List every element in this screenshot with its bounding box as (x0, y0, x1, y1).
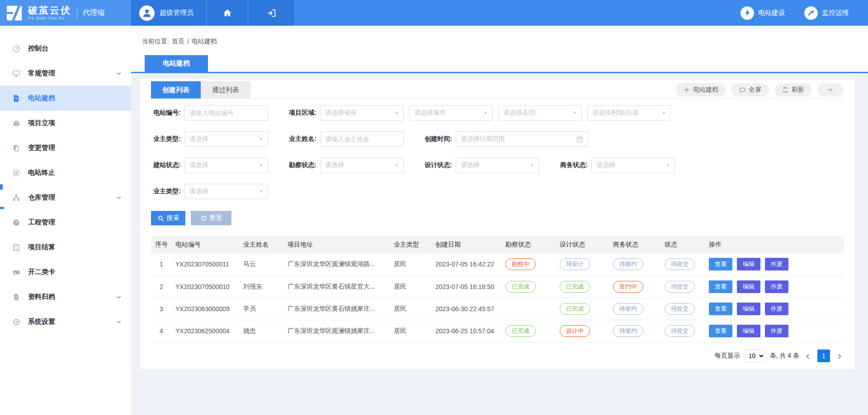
sidebar-item-label: 电站终止 (28, 168, 55, 177)
survey-status-select[interactable]: 请选择▼ (320, 158, 404, 173)
nav-monitor-ops[interactable]: 监控运维 (804, 0, 849, 26)
logout-button[interactable] (248, 0, 295, 26)
business-status-badge: 签约中 (613, 281, 643, 293)
fullscreen-button[interactable]: 全屏 (731, 83, 769, 97)
sidebar-item-label: 控制台 (28, 44, 48, 53)
created-date-cell: 2023-07-05 16:18:50 (432, 275, 502, 298)
void-button[interactable]: 作废 (765, 303, 788, 315)
create-station-button[interactable]: 电站建档 (676, 83, 726, 97)
avatar (139, 5, 155, 21)
owner-type-select[interactable]: 请选择▼ (184, 131, 268, 147)
sidebar-item-open-class2-card[interactable]: 开二类卡 (0, 260, 131, 284)
view-button[interactable]: 查看 (709, 280, 732, 293)
survey-status-cell: 已完成 (502, 320, 556, 342)
sidebar-item-engineering-management[interactable]: 工程管理 (0, 210, 131, 235)
filter-label: 建站状态: (151, 161, 181, 169)
breadcrumb-current: 电站建档 (192, 37, 217, 46)
breadcrumb: 当前位置: 首页 / 电站建档 (131, 26, 868, 46)
owner-type-cell: 居民 (390, 275, 432, 298)
prev-page-button[interactable]: ‹ (804, 350, 812, 361)
copy-icon (12, 144, 21, 152)
view-button[interactable]: 查看 (709, 258, 732, 270)
sidebar-scrollbar[interactable] (0, 184, 3, 190)
collapse-button[interactable] (817, 83, 844, 97)
column-header: 项目地址 (284, 236, 390, 253)
sidebar-item-general-management[interactable]: 常规管理 (0, 61, 131, 86)
table-row: 1 YX2023070500011 马云 广东深圳龙华区观澜镇观湖路... 居民… (151, 253, 844, 275)
business-status-select[interactable]: 请选择▼ (591, 158, 675, 173)
tab-passed-list[interactable]: 通过列表 (201, 81, 250, 98)
business-status-badge: 待签约 (613, 303, 643, 315)
project-address-cell: 广东深圳龙华区观澜镇观湖路... (284, 253, 390, 275)
sidebar-item-system-settings[interactable]: 系统设置 (0, 309, 131, 334)
chevron-down-icon (116, 294, 122, 300)
business-status-cell: 待签约 (609, 298, 661, 320)
search-button[interactable]: 搜索 (151, 211, 185, 225)
sidebar-item-station-termination[interactable]: 电站终止 (0, 160, 131, 185)
void-button[interactable]: 作废 (765, 258, 788, 270)
design-status-select[interactable]: 请选择▼ (456, 158, 539, 173)
chevron-down-icon (116, 195, 122, 201)
owner-type-cell: 居民 (390, 320, 432, 342)
sidebar-item-label: 项目结算 (28, 243, 55, 252)
current-page[interactable]: 1 (817, 350, 830, 362)
view-button[interactable]: 查看 (709, 325, 732, 337)
search-icon (157, 215, 164, 222)
business-status-cell: 签约中 (609, 275, 661, 298)
edit-button[interactable]: 编辑 (737, 303, 760, 315)
user-menu[interactable]: 超级管理员 (131, 0, 207, 26)
sidebar-item-project-initiation[interactable]: 项目立项 (0, 111, 131, 135)
station-code-input[interactable] (184, 105, 268, 121)
filter-row: 建站状态:请选择▼勘察状态:请选择▼设计状态:请选择▼商务状态:请选择▼ (151, 158, 844, 173)
sidebar-item-console[interactable]: 控制台 (0, 36, 131, 61)
filter-label: 勘察状态: (287, 161, 316, 169)
survey-status-cell: 已完成 (502, 275, 556, 298)
build-status-select[interactable]: 请选择▼ (184, 158, 268, 173)
view-button[interactable]: 查看 (709, 303, 732, 315)
void-button[interactable]: 作废 (765, 325, 788, 337)
design-status-badge: 设计中 (560, 325, 590, 337)
edit-button[interactable]: 编辑 (737, 280, 760, 293)
sidebar-item-station-archive[interactable]: 电站建档 (0, 86, 131, 111)
per-page-select[interactable]: 10 (745, 350, 765, 362)
business-status-badge: 待签约 (613, 258, 643, 270)
edit-button[interactable]: 编辑 (737, 258, 760, 270)
district-select[interactable]: 请选择县/区▼ (498, 105, 582, 121)
tab-create-list[interactable]: 创建列表 (151, 81, 201, 98)
column-header: 设计状态 (556, 236, 609, 253)
date-range-input[interactable]: 请选择日期范围 (456, 131, 588, 147)
page-tab[interactable]: 电站建档 (145, 55, 208, 72)
sidebar-item-label: 系统设置 (28, 317, 55, 326)
sidebar-scrollbar[interactable] (0, 207, 4, 209)
column-header: 业主类型 (390, 236, 432, 253)
sidebar-item-label: 资料归档 (28, 293, 55, 301)
reset-button[interactable]: 重置 (191, 211, 231, 225)
design-status-badge: 待设计 (560, 258, 590, 270)
city-select[interactable]: 请选择城市▼ (409, 105, 493, 121)
home-button[interactable] (207, 0, 248, 26)
logout-icon (267, 8, 277, 18)
next-page-button[interactable]: › (835, 350, 844, 361)
province-select[interactable]: 请选择省份▼ (320, 105, 404, 121)
breadcrumb-home[interactable]: 首页 (172, 37, 184, 46)
owner-type-select-2[interactable]: 请选择▼ (184, 184, 268, 199)
nav-station-build[interactable]: 电站建设 (741, 0, 785, 26)
chevron-down-icon: ▼ (395, 163, 399, 168)
index-cell: 1 (151, 253, 172, 275)
actions-cell: 查看编辑作废 (705, 320, 844, 342)
edit-button[interactable]: 编辑 (737, 325, 760, 337)
column-header: 操作 (705, 236, 844, 253)
home-icon (222, 8, 232, 18)
sidebar-item-data-archive[interactable]: 资料归档 (0, 284, 131, 309)
owner-name-input[interactable] (320, 131, 404, 147)
town-select[interactable]: 请选择村镇/街道▼ (587, 105, 671, 121)
design-status-badge: 已完成 (560, 281, 590, 293)
filter-label: 商务状态: (558, 161, 588, 169)
refresh-button[interactable]: 刷新 (774, 83, 812, 97)
sidebar-item-project-settlement[interactable]: 项目结算 (0, 235, 131, 260)
void-button[interactable]: 作废 (765, 280, 788, 293)
actions-cell: 查看编辑作废 (705, 298, 844, 320)
sidebar-item-change-management[interactable]: 变更管理 (0, 135, 131, 160)
sidebar-item-warehouse-management[interactable]: 仓库管理 (0, 185, 131, 210)
sidebar-item-label: 工程管理 (28, 218, 55, 227)
